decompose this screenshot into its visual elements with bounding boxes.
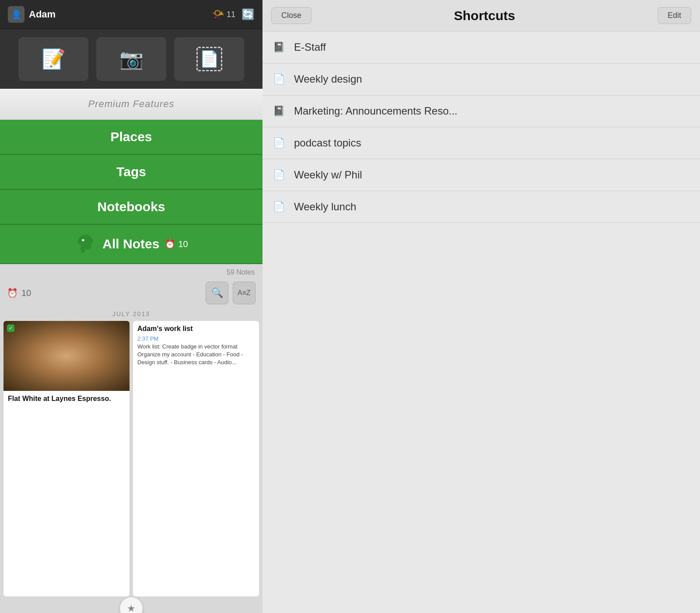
avatar: 👤 bbox=[8, 6, 24, 23]
shortcut-label-2: Marketing: Announcements Reso... bbox=[294, 105, 458, 117]
evernote-logo-icon bbox=[74, 233, 97, 255]
note-icon-4: 📄 bbox=[273, 169, 286, 181]
shortcuts-title: Shortcuts bbox=[316, 8, 653, 23]
reminder-clock-icon: ⏰ bbox=[164, 239, 175, 249]
places-nav-item[interactable]: Places bbox=[0, 120, 262, 155]
notes-action-buttons: 🔍 A≡Z bbox=[206, 282, 256, 304]
shortcuts-list: 📓 E-Staff 📄 Weekly design 📓 Marketing: A… bbox=[262, 31, 700, 613]
close-button[interactable]: Close bbox=[271, 7, 312, 24]
note-icon-5: 📄 bbox=[273, 201, 286, 212]
notebook-icon-2: 📓 bbox=[273, 105, 286, 117]
premium-banner-label: Premium Features bbox=[88, 98, 175, 109]
shortcut-label-1: Weekly design bbox=[294, 73, 362, 85]
all-notes-label: All Notes bbox=[102, 237, 159, 251]
sync-icon[interactable]: 🔄 bbox=[242, 8, 255, 21]
new-note-icon: 📝 bbox=[42, 48, 66, 70]
reminder-count-badge: ⏰ 10 bbox=[7, 288, 31, 298]
note-title-1: Flat White at Laynes Espresso. bbox=[4, 391, 130, 405]
places-label: Places bbox=[110, 129, 152, 144]
shortcut-item-3[interactable]: 📄 podcast topics bbox=[262, 127, 700, 159]
notes-toolbar: ⏰ 10 🔍 A≡Z bbox=[0, 278, 262, 307]
all-notes-reminder-badge: ⏰ 10 bbox=[164, 239, 188, 249]
app-header: 👤 Adam 📯 11 🔄 bbox=[0, 0, 262, 29]
shortcut-item-0[interactable]: 📓 E-Staff bbox=[262, 31, 700, 63]
shortcut-label-5: Weekly lunch bbox=[294, 201, 356, 213]
tags-nav-item[interactable]: Tags bbox=[0, 155, 262, 190]
nav-menu: Places Tags Notebooks All Notes ⏰ 10 bbox=[0, 120, 262, 264]
shortcut-item-5[interactable]: 📄 Weekly lunch bbox=[262, 191, 700, 223]
notes-count: 59 Notes bbox=[0, 264, 262, 278]
avatar-icon: 👤 bbox=[11, 9, 22, 20]
edit-button[interactable]: Edit bbox=[658, 7, 691, 24]
sort-icon: A≡Z bbox=[238, 289, 251, 297]
left-panel: 👤 Adam 📯 11 🔄 📝 📷 📄 Premium Features Pla… bbox=[0, 0, 262, 613]
premium-banner[interactable]: Premium Features bbox=[0, 89, 262, 120]
search-icon: 🔍 bbox=[211, 287, 223, 299]
notebooks-nav-item[interactable]: Notebooks bbox=[0, 190, 262, 225]
camera-icon: 📷 bbox=[119, 48, 144, 70]
scan-icon: 📄 bbox=[196, 47, 222, 71]
search-button[interactable]: 🔍 bbox=[206, 282, 228, 304]
notebooks-label: Notebooks bbox=[97, 199, 165, 214]
notification-count: 11 bbox=[227, 10, 235, 19]
reminder-icon: ⏰ bbox=[7, 288, 18, 298]
notebook-icon-0: 📓 bbox=[273, 42, 286, 53]
note-title-2: Adam's work list bbox=[133, 321, 259, 335]
tags-label: Tags bbox=[116, 164, 146, 179]
note-image: ✓ bbox=[4, 321, 130, 391]
sort-button[interactable]: A≡Z bbox=[233, 282, 256, 304]
notes-section: 59 Notes ⏰ 10 🔍 A≡Z JULY 2013 ✓ bbox=[0, 264, 262, 613]
note-body-2: Work list: Create badge in vector format… bbox=[133, 343, 259, 370]
shortcut-item-2[interactable]: 📓 Marketing: Announcements Reso... bbox=[262, 95, 700, 127]
note-time-2: 2:37 PM bbox=[133, 335, 259, 343]
notification-icon: 📯 bbox=[212, 9, 224, 20]
note-icon-1: 📄 bbox=[273, 73, 286, 85]
right-panel: Close Shortcuts Edit 📓 E-Staff 📄 Weekly … bbox=[262, 0, 700, 613]
note-card-1[interactable]: ✓ Flat White at Laynes Espresso. bbox=[4, 321, 130, 596]
star-icon: ★ bbox=[127, 603, 136, 613]
note-card-2[interactable]: Adam's work list 2:37 PM Work list: Crea… bbox=[133, 321, 259, 596]
coffee-latte-art bbox=[4, 321, 130, 391]
close-label: Close bbox=[281, 11, 301, 20]
header-actions: 📯 11 🔄 bbox=[212, 8, 255, 21]
shortcut-item-1[interactable]: 📄 Weekly design bbox=[262, 63, 700, 95]
camera-button[interactable]: 📷 bbox=[96, 37, 166, 81]
scan-button[interactable]: 📄 bbox=[174, 37, 244, 81]
reminder-number: 10 bbox=[21, 288, 31, 298]
toolbar: 📝 📷 📄 bbox=[0, 29, 262, 89]
shortcut-label-3: podcast topics bbox=[294, 137, 361, 149]
shortcut-label-0: E-Staff bbox=[294, 41, 326, 53]
shortcut-label-4: Weekly w/ Phil bbox=[294, 169, 362, 181]
shortcuts-header: Close Shortcuts Edit bbox=[262, 0, 700, 31]
note-badge: ✓ bbox=[7, 324, 14, 332]
star-button[interactable]: ★ bbox=[120, 597, 143, 613]
shortcut-item-4[interactable]: 📄 Weekly w/ Phil bbox=[262, 159, 700, 191]
username: Adam bbox=[29, 9, 212, 20]
new-note-button[interactable]: 📝 bbox=[18, 37, 88, 81]
all-notes-reminder-count: 10 bbox=[178, 239, 188, 249]
edit-label: Edit bbox=[668, 11, 681, 20]
notification-area: 📯 11 bbox=[212, 9, 235, 20]
all-notes-nav-item[interactable]: All Notes ⏰ 10 bbox=[0, 225, 262, 264]
date-group-header: JULY 2013 bbox=[0, 307, 262, 321]
note-icon-3: 📄 bbox=[273, 137, 286, 149]
star-area: ★ bbox=[0, 600, 262, 613]
notes-grid: ✓ Flat White at Laynes Espresso. Adam's … bbox=[0, 321, 262, 600]
